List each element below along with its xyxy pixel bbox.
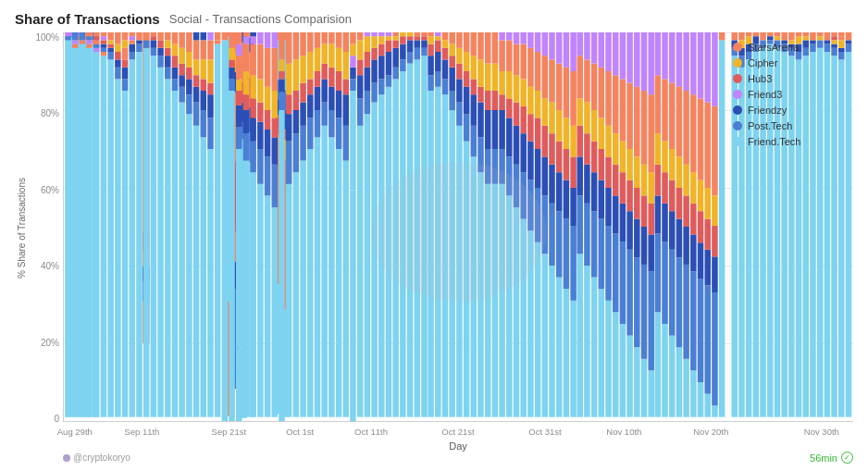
svg-rect-314	[371, 103, 378, 417]
svg-rect-605	[613, 234, 619, 313]
svg-rect-84	[101, 48, 107, 52]
svg-rect-110	[229, 91, 235, 370]
svg-rect-446	[605, 188, 612, 226]
svg-rect-663	[712, 226, 718, 256]
legend-label-posttech: Post.Tech	[748, 120, 792, 131]
svg-rect-655	[704, 250, 711, 286]
svg-rect-414	[535, 52, 541, 91]
svg-rect-594	[564, 118, 570, 149]
svg-rect-179	[179, 48, 185, 64]
svg-rect-87	[101, 36, 107, 40]
svg-rect-683	[400, 44, 406, 60]
svg-rect-217	[243, 36, 250, 43]
svg-rect-626	[634, 257, 640, 347]
svg-rect-458	[662, 324, 668, 417]
svg-rect-479	[683, 359, 689, 417]
y-axis: 100% 80% 60% 40% 20% 0	[28, 32, 63, 450]
svg-rect-103	[122, 68, 129, 80]
svg-rect-470	[669, 83, 676, 149]
svg-rect-206	[207, 40, 214, 59]
svg-rect-265	[300, 32, 306, 56]
svg-rect-576	[549, 266, 555, 417]
svg-rect-372	[477, 59, 484, 86]
svg-rect-430	[591, 278, 598, 417]
svg-rect-283	[321, 32, 328, 44]
svg-rect-653	[704, 394, 711, 417]
svg-rect-74	[86, 36, 93, 40]
svg-rect-435	[591, 64, 598, 110]
svg-rect-118	[236, 127, 242, 149]
svg-rect-114	[229, 48, 235, 60]
svg-rect-357	[464, 114, 470, 141]
svg-rect-86	[101, 40, 107, 43]
svg-rect-67	[72, 32, 79, 40]
svg-rect-83	[101, 52, 107, 56]
svg-rect-167	[165, 40, 171, 47]
timer-value: 56min	[810, 452, 837, 464]
svg-rect-184	[186, 68, 192, 80]
svg-rect-710	[492, 91, 499, 110]
legend-item-posttech: Post.Tech	[733, 120, 853, 131]
svg-rect-317	[371, 48, 378, 60]
svg-rect-89	[107, 59, 114, 416]
svg-rect-685	[400, 32, 406, 36]
svg-rect-96	[115, 68, 121, 80]
svg-rect-191	[193, 59, 200, 75]
svg-rect-181	[186, 114, 192, 416]
legend-item-starsarena: StarsArena	[733, 42, 853, 53]
svg-rect-660	[712, 405, 718, 416]
svg-rect-78	[93, 44, 100, 48]
svg-rect-588	[556, 64, 563, 110]
svg-rect-82	[101, 56, 107, 416]
svg-rect-608	[613, 133, 619, 165]
svg-rect-133	[350, 91, 356, 191]
svg-rect-341	[442, 48, 449, 60]
svg-rect-665	[712, 106, 718, 196]
svg-rect-272	[315, 137, 321, 416]
svg-rect-268	[307, 94, 314, 118]
svg-rect-649	[698, 211, 704, 242]
svg-rect-620	[626, 211, 633, 250]
svg-rect-455	[655, 133, 662, 165]
svg-rect-612	[620, 242, 626, 324]
svg-rect-596	[564, 32, 570, 68]
svg-rect-142	[129, 44, 135, 52]
svg-rect-278	[321, 126, 328, 417]
svg-rect-319	[371, 32, 378, 36]
svg-rect-95	[115, 79, 121, 416]
svg-rect-617	[620, 32, 626, 79]
svg-rect-229	[257, 122, 264, 149]
svg-rect-342	[442, 40, 449, 47]
legend-label-friendtech: Friend.Tech	[748, 136, 800, 147]
svg-rect-260	[300, 161, 306, 417]
svg-rect-437	[599, 289, 605, 416]
svg-rect-281	[321, 64, 328, 80]
svg-rect-94	[107, 32, 114, 40]
svg-rect-444	[605, 301, 612, 417]
svg-rect-682	[400, 59, 406, 71]
svg-rect-599	[570, 188, 577, 226]
svg-rect-453	[655, 195, 662, 233]
svg-rect-266	[307, 149, 314, 417]
svg-rect-113	[229, 59, 235, 67]
svg-rect-238	[265, 87, 271, 110]
svg-rect-595	[564, 68, 570, 118]
svg-rect-201	[207, 149, 214, 417]
svg-rect-98	[115, 52, 121, 59]
svg-rect-211	[243, 161, 250, 417]
svg-rect-276	[315, 48, 321, 71]
svg-rect-482	[683, 195, 689, 227]
svg-rect-634	[641, 227, 648, 265]
svg-rect-359	[464, 71, 470, 87]
svg-rect-489	[690, 204, 697, 235]
svg-rect-169	[172, 91, 179, 417]
x-label-oct21: Oct 21st	[441, 427, 474, 437]
svg-rect-193	[193, 32, 200, 40]
svg-rect-416	[577, 254, 583, 416]
svg-rect-237	[265, 110, 271, 130]
svg-rect-442	[599, 68, 605, 118]
svg-rect-215	[243, 71, 250, 94]
svg-rect-204	[207, 83, 214, 95]
svg-rect-491	[690, 94, 697, 172]
svg-rect-472	[676, 347, 683, 416]
